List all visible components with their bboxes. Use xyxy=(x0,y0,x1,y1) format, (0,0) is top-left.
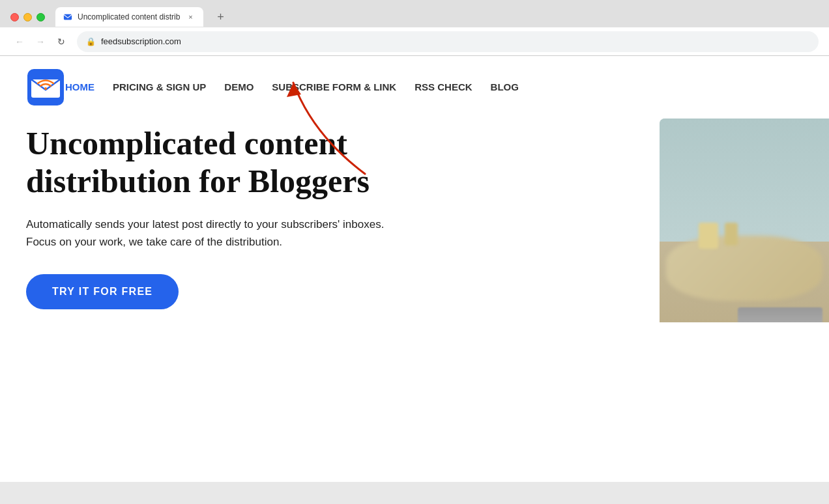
tab-close-button[interactable]: × xyxy=(185,12,196,22)
nav-buttons: ← → ↻ xyxy=(10,33,70,51)
refresh-button[interactable]: ↻ xyxy=(52,33,70,51)
lock-icon: 🔒 xyxy=(86,37,96,46)
address-bar-row: ← → ↻ 🔒 feedsubscription.com xyxy=(0,27,829,56)
new-tab-button[interactable]: + xyxy=(211,8,229,26)
nav-demo[interactable]: DEMO xyxy=(224,81,254,92)
address-bar[interactable]: 🔒 feedsubscription.com xyxy=(77,31,819,52)
title-bar: Uncomplicated content distrib × + xyxy=(0,0,829,27)
hero-section: Uncomplicated content distribution for B… xyxy=(0,119,829,322)
maximize-button[interactable] xyxy=(36,13,45,21)
nav-rss-check[interactable]: RSS CHECK xyxy=(415,81,472,92)
site-logo[interactable] xyxy=(26,68,65,107)
minimize-button[interactable] xyxy=(23,13,32,21)
traffic-lights xyxy=(10,13,45,21)
browser-chrome: Uncomplicated content distrib × + ← → ↻ … xyxy=(0,0,829,56)
back-button[interactable]: ← xyxy=(10,33,29,51)
url-text: feedsubscription.com xyxy=(101,36,181,46)
forward-button[interactable]: → xyxy=(31,33,50,51)
close-button[interactable] xyxy=(10,13,19,21)
page-content: HOME PRICING & SIGN UP DEMO SUBSCRIBE FO… xyxy=(0,56,829,482)
hero-image xyxy=(660,119,829,322)
site-nav: HOME PRICING & SIGN UP DEMO SUBSCRIBE FO… xyxy=(0,56,829,119)
nav-pricing[interactable]: PRICING & SIGN UP xyxy=(113,81,206,92)
nav-home[interactable]: HOME xyxy=(65,81,95,92)
nav-blog[interactable]: BLOG xyxy=(491,81,519,92)
cta-button[interactable]: TRY IT FOR FREE xyxy=(26,274,179,309)
hero-image-placeholder xyxy=(660,119,829,322)
tab-title: Uncomplicated content distrib xyxy=(78,12,180,21)
hero-left: Uncomplicated content distribution for B… xyxy=(26,125,531,309)
hero-title: Uncomplicated content distribution for B… xyxy=(26,125,505,200)
browser-tab[interactable]: Uncomplicated content distrib × xyxy=(55,7,203,27)
nav-links: HOME PRICING & SIGN UP DEMO SUBSCRIBE FO… xyxy=(65,81,519,93)
hero-subtitle: Automatically sends your latest post dir… xyxy=(26,216,417,251)
nav-subscribe-form[interactable]: SUBSCRIBE FORM & LINK xyxy=(272,81,396,92)
tab-favicon-icon xyxy=(63,12,72,21)
svg-rect-0 xyxy=(64,14,72,20)
svg-point-3 xyxy=(44,87,47,90)
